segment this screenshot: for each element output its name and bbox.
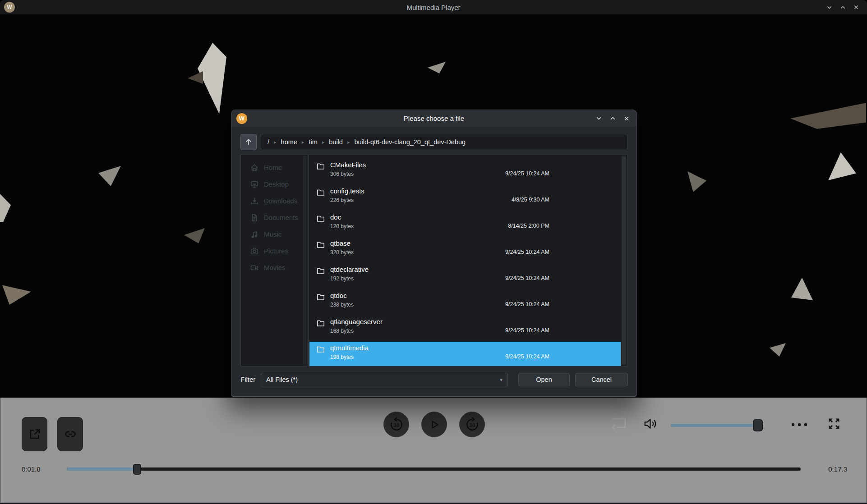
home-icon bbox=[250, 163, 259, 172]
rewind-10-icon: 10 bbox=[389, 417, 404, 432]
forward-10-button[interactable]: 10 bbox=[459, 412, 485, 437]
open-button[interactable]: Open bbox=[518, 373, 570, 386]
window-titlebar: W Multimedia Player bbox=[0, 0, 867, 14]
sidebar-item[interactable]: Home bbox=[241, 159, 307, 176]
folder-icon bbox=[316, 345, 325, 354]
open-file-icon bbox=[28, 427, 42, 441]
file-list: CMakeFiles 306 bytes 9/24/25 10:24 AM co… bbox=[309, 155, 627, 367]
file-size: 320 bytes bbox=[330, 249, 354, 256]
file-dialog: W Please choose a file / ▸ home bbox=[231, 110, 637, 397]
sidebar-item[interactable]: Desktop bbox=[241, 176, 307, 192]
sidebar-item[interactable]: Music bbox=[241, 226, 307, 243]
player-controls-panel: 10 10 0:01.8 0:17.3 bbox=[0, 398, 867, 504]
sidebar-item[interactable]: Documents bbox=[241, 209, 307, 226]
window-title: Multimedia Player bbox=[0, 4, 867, 11]
sidebar-scrollbar[interactable] bbox=[303, 156, 306, 366]
file-row[interactable]: qtlanguageserver 168 bytes 9/24/25 10:24… bbox=[309, 316, 621, 342]
folder-icon bbox=[316, 266, 325, 275]
file-row[interactable]: qtdoc 238 bytes 9/24/25 10:24 AM bbox=[309, 289, 621, 316]
file-name: qtdoc bbox=[330, 292, 347, 299]
sidebar-item[interactable]: Downloads bbox=[241, 192, 307, 209]
play-button[interactable] bbox=[421, 412, 447, 437]
open-file-button[interactable] bbox=[22, 417, 47, 451]
dialog-maximize-icon[interactable] bbox=[609, 115, 616, 122]
volume-track bbox=[671, 424, 763, 427]
breadcrumb-item[interactable]: home bbox=[281, 138, 297, 146]
file-size: 238 bytes bbox=[330, 302, 354, 308]
duration-label: 0:17.3 bbox=[828, 465, 847, 473]
forward-10-icon: 10 bbox=[465, 417, 480, 432]
rewind-10-button[interactable]: 10 bbox=[383, 412, 409, 437]
pictures-icon bbox=[250, 247, 259, 256]
file-size: 168 bytes bbox=[330, 328, 354, 334]
app-icon: W bbox=[4, 2, 15, 13]
fullscreen-icon[interactable] bbox=[827, 417, 841, 433]
video-shard bbox=[828, 152, 856, 180]
seek-slider-handle[interactable] bbox=[133, 464, 141, 475]
maximize-icon[interactable] bbox=[839, 4, 846, 11]
dialog-minimize-icon[interactable] bbox=[595, 115, 602, 122]
dialog-content: Home Desktop Downloads Documents bbox=[240, 155, 627, 367]
file-date: 9/24/25 10:24 AM bbox=[505, 249, 549, 255]
file-row[interactable]: qtbase 320 bytes 9/24/25 10:24 AM bbox=[309, 237, 621, 263]
video-shard bbox=[687, 171, 706, 192]
open-url-button[interactable] bbox=[57, 417, 83, 451]
current-time-label: 0:01.8 bbox=[22, 465, 41, 473]
video-shard bbox=[98, 166, 121, 186]
file-name: CMakeFiles bbox=[330, 161, 366, 169]
file-date: 9/24/25 10:24 AM bbox=[505, 353, 549, 360]
file-size: 192 bytes bbox=[330, 275, 354, 282]
file-size: 306 bytes bbox=[330, 171, 354, 177]
breadcrumb-item[interactable]: tim bbox=[309, 138, 317, 146]
file-size: 120 bytes bbox=[330, 223, 354, 229]
file-row[interactable]: config.tests 226 bytes 4/8/25 9:30 AM bbox=[309, 185, 621, 211]
sidebar-item-label: Downloads bbox=[264, 197, 297, 205]
file-date: 9/24/25 10:24 AM bbox=[505, 301, 549, 307]
svg-text:10: 10 bbox=[393, 422, 399, 427]
file-row[interactable]: qtdeclarative 192 bytes 9/24/25 10:24 AM bbox=[309, 263, 621, 289]
play-icon bbox=[429, 419, 440, 431]
sidebar-item[interactable]: Movies bbox=[241, 259, 307, 276]
minimize-icon[interactable] bbox=[825, 4, 833, 11]
scrollbar-handle[interactable] bbox=[622, 156, 626, 365]
sidebar-item-label: Home bbox=[264, 164, 282, 171]
dialog-close-icon[interactable] bbox=[623, 115, 630, 122]
filter-dropdown[interactable]: All Files (*) ▾ bbox=[261, 373, 508, 386]
more-options-icon[interactable] bbox=[790, 421, 808, 429]
filter-label: Filter bbox=[240, 376, 255, 383]
dialog-footer: Filter All Files (*) ▾ Open Cancel bbox=[240, 373, 627, 386]
breadcrumb: / ▸ home ▸ tim ▸ build ▸ build-qt6-dev-c… bbox=[261, 134, 627, 150]
seek-slider[interactable] bbox=[67, 464, 801, 475]
loop-icon[interactable] bbox=[609, 413, 629, 435]
file-name: doc bbox=[330, 213, 341, 221]
file-row[interactable]: qtmultimedia 198 bytes 9/24/25 10:24 AM bbox=[309, 342, 621, 367]
cancel-button[interactable]: Cancel bbox=[575, 373, 628, 386]
dialog-icon: W bbox=[236, 113, 247, 124]
app-window: W Multimedia Player 10 bbox=[0, 0, 867, 504]
svg-text:10: 10 bbox=[469, 422, 475, 427]
file-row[interactable]: doc 120 bytes 8/14/25 2:00 PM bbox=[309, 211, 621, 237]
up-directory-button[interactable] bbox=[240, 134, 257, 150]
volume-icon[interactable] bbox=[642, 416, 659, 434]
sidebar-item[interactable]: Pictures bbox=[241, 243, 307, 259]
scrollbar[interactable] bbox=[621, 156, 627, 366]
file-row[interactable]: CMakeFiles 306 bytes 9/24/25 10:24 AM bbox=[309, 159, 621, 185]
places-sidebar: Home Desktop Downloads Documents bbox=[240, 155, 307, 367]
volume-slider[interactable] bbox=[671, 419, 763, 431]
link-icon bbox=[63, 427, 78, 441]
file-date: 9/24/25 10:24 AM bbox=[505, 170, 549, 177]
close-icon[interactable] bbox=[853, 4, 860, 11]
breadcrumb-item[interactable]: build bbox=[329, 138, 343, 146]
volume-slider-handle[interactable] bbox=[753, 419, 763, 431]
movies-icon bbox=[250, 263, 259, 272]
file-size: 226 bytes bbox=[330, 197, 354, 203]
window-controls bbox=[825, 4, 867, 11]
breadcrumb-item[interactable]: build-qt6-dev-clang_20_qt_dev-Debug bbox=[354, 138, 466, 146]
sidebar-item-label: Pictures bbox=[264, 247, 288, 255]
file-date: 9/24/25 10:24 AM bbox=[505, 327, 549, 334]
arrow-up-icon bbox=[244, 137, 253, 147]
folder-icon bbox=[316, 162, 325, 171]
breadcrumb-item[interactable]: / bbox=[267, 138, 269, 146]
file-name: qtdeclarative bbox=[330, 266, 369, 273]
file-name: qtlanguageserver bbox=[330, 318, 383, 325]
